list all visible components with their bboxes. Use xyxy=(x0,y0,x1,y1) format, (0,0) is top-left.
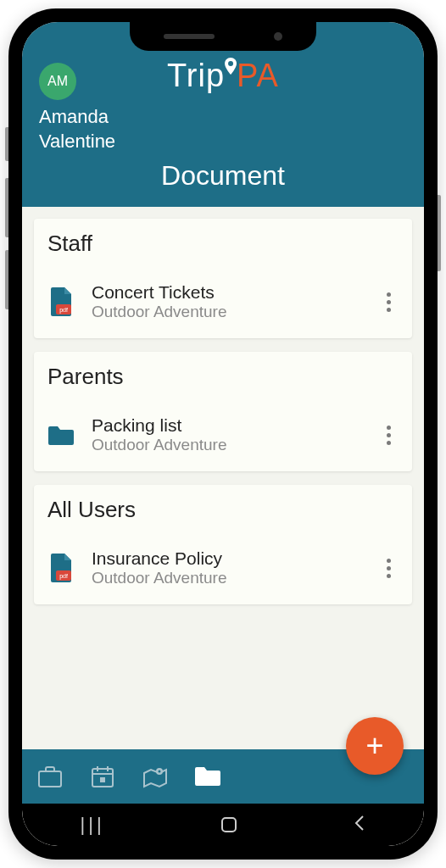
username-last: Valentine xyxy=(39,131,115,152)
document-title: Insurance Policy xyxy=(92,548,361,569)
briefcase-icon[interactable] xyxy=(36,762,64,791)
pdf-file-icon: pdf xyxy=(47,287,75,316)
svg-text:pdf: pdf xyxy=(59,573,68,580)
username-first: Amanda xyxy=(39,106,109,127)
content-area: Staff pdf Concert Tickets Outdoor Advent… xyxy=(22,207,424,749)
document-subtitle: Outdoor Adventure xyxy=(92,303,361,321)
back-button[interactable] xyxy=(353,815,366,835)
document-text: Concert Tickets Outdoor Adventure xyxy=(92,282,361,321)
section-title: All Users xyxy=(47,497,399,523)
svg-rect-5 xyxy=(39,771,61,787)
svg-point-0 xyxy=(228,61,233,66)
logo-text-trip: Trip xyxy=(167,58,225,94)
avatar[interactable]: AM xyxy=(39,63,76,100)
svg-point-9 xyxy=(159,771,161,773)
document-row[interactable]: pdf Concert Tickets Outdoor Adventure xyxy=(47,272,399,338)
document-subtitle: Outdoor Adventure xyxy=(92,569,361,587)
document-title: Packing list xyxy=(92,415,361,436)
more-options-icon[interactable] xyxy=(378,426,399,445)
bottom-nav: + xyxy=(22,749,424,804)
camera xyxy=(274,32,282,41)
document-text: Packing list Outdoor Adventure xyxy=(92,415,361,454)
recent-apps-button[interactable]: ||| xyxy=(80,814,104,836)
page-title: Document xyxy=(39,160,407,192)
add-button[interactable]: + xyxy=(346,717,404,775)
volume-button xyxy=(5,178,8,237)
section-parents: Parents Packing list Outdoor Adventure xyxy=(34,352,412,471)
notch xyxy=(130,22,316,51)
document-text: Insurance Policy Outdoor Adventure xyxy=(92,548,361,587)
document-row[interactable]: Packing list Outdoor Adventure xyxy=(47,405,399,471)
itinerary-map-icon[interactable] xyxy=(141,762,170,791)
more-options-icon[interactable] xyxy=(378,292,399,312)
system-nav-bar: ||| xyxy=(22,804,424,846)
svg-rect-7 xyxy=(100,777,105,782)
document-title: Concert Tickets xyxy=(92,282,361,303)
home-button[interactable] xyxy=(221,817,237,832)
section-title: Staff xyxy=(47,231,399,257)
more-options-icon[interactable] xyxy=(378,559,399,578)
pdf-file-icon: pdf xyxy=(47,554,75,582)
documents-folder-icon[interactable] xyxy=(193,762,222,791)
speaker xyxy=(164,34,215,39)
volume-button xyxy=(5,127,8,161)
section-staff: Staff pdf Concert Tickets Outdoor Advent… xyxy=(34,219,412,338)
svg-text:pdf: pdf xyxy=(59,307,68,314)
calendar-icon[interactable] xyxy=(88,762,117,791)
folder-icon xyxy=(47,425,75,445)
logo-text-pa: PA xyxy=(237,58,279,94)
app-logo: Trip PA xyxy=(167,58,279,94)
screen: Trip PA AM Amanda Valentine Document xyxy=(22,22,424,846)
section-all-users: All Users pdf Insurance Policy Outdoor A… xyxy=(34,485,412,604)
phone-frame: Trip PA AM Amanda Valentine Document xyxy=(8,8,438,860)
plus-icon: + xyxy=(365,728,383,764)
document-row[interactable]: pdf Insurance Policy Outdoor Adventure xyxy=(47,538,399,604)
username: Amanda Valentine xyxy=(39,105,407,153)
document-subtitle: Outdoor Adventure xyxy=(92,436,361,454)
map-pin-icon xyxy=(225,56,237,92)
section-title: Parents xyxy=(47,364,399,390)
power-button xyxy=(438,195,441,271)
volume-button xyxy=(5,250,8,309)
